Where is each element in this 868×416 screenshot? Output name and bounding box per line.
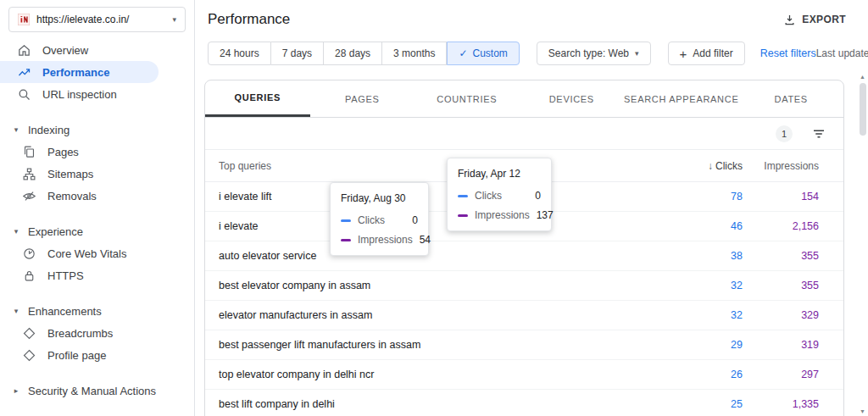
sidebar-item-breadcrumbs[interactable]: Breadcrumbs xyxy=(0,322,194,344)
sidebar-item-label: Breadcrumbs xyxy=(47,327,113,340)
section-label: Security & Manual Actions xyxy=(28,385,156,397)
table-row[interactable]: best passenger lift manufacturers in ass… xyxy=(205,330,843,360)
impressions-cell: 355 xyxy=(743,280,819,291)
removals-eye-off-icon xyxy=(22,189,36,203)
query-cell: best elevator company in assam xyxy=(205,280,649,291)
sidebar-item-overview[interactable]: Overview xyxy=(0,39,194,61)
section-label: Indexing xyxy=(28,124,70,136)
clicks-cell: 32 xyxy=(649,280,743,291)
scrollbar-thumb[interactable] xyxy=(860,83,866,136)
sidebar-item-https[interactable]: HTTPS xyxy=(0,264,194,286)
table-row[interactable]: best lift company in delhi 25 1,335 xyxy=(205,390,843,416)
sidebar-item-performance[interactable]: Performance xyxy=(0,61,159,83)
tooltip-impressions-row: Impressions 54 xyxy=(341,234,418,246)
range-button-7-days[interactable]: 7 days xyxy=(271,42,324,65)
sidebar-item-label: Pages xyxy=(47,146,79,158)
clicks-cell: 78 xyxy=(649,191,743,202)
impressions-cell: 154 xyxy=(743,191,819,202)
filter-list-button[interactable] xyxy=(811,126,826,141)
sidebar-item-sitemaps[interactable]: Sitemaps xyxy=(0,163,194,185)
section-header-enhancements[interactable]: ▾ Enhancements xyxy=(0,300,194,322)
range-button-28-days[interactable]: 28 days xyxy=(324,42,382,65)
range-button-custom[interactable]: ✓ Custom xyxy=(447,42,519,65)
column-header-impressions[interactable]: Impressions xyxy=(743,160,819,172)
tab-countries[interactable]: COUNTRIES xyxy=(415,80,520,117)
page-header: Performance EXPORT xyxy=(196,0,868,31)
dimension-tabs: QUERIES PAGES COUNTRIES DEVICES SEARCH A… xyxy=(205,80,843,118)
clicks-cell: 26 xyxy=(649,369,743,380)
sidebar-item-pages[interactable]: Pages xyxy=(0,141,194,163)
impressions-series-dash-icon xyxy=(458,214,468,217)
impressions-cell: 2,156 xyxy=(743,220,819,232)
section-header-indexing[interactable]: ▾ Indexing xyxy=(0,119,194,141)
sidebar-section-experience: ▾ Experience Core Web Vitals HTTPS xyxy=(0,220,194,286)
column-header-queries[interactable]: Top queries xyxy=(205,160,649,172)
sidebar: https://ielevate.co.in/ ▾ Overview Perfo… xyxy=(0,0,195,416)
tooltip-date: Friday, Aug 30 xyxy=(341,192,418,204)
impressions-cell: 297 xyxy=(743,369,819,380)
tab-queries[interactable]: QUERIES xyxy=(205,80,310,117)
reset-filters-link[interactable]: Reset filters xyxy=(760,47,816,59)
tab-search-appearance[interactable]: SEARCH APPEARANCE xyxy=(624,80,738,117)
chevron-down-icon: ▾ xyxy=(12,125,20,134)
check-icon: ✓ xyxy=(459,47,467,59)
sidebar-item-label: Performance xyxy=(42,66,109,79)
plus-icon: + xyxy=(680,47,687,60)
scroll-down-icon[interactable]: ▼ xyxy=(857,406,868,416)
sidebar-item-profile-page[interactable]: Profile page xyxy=(0,344,194,366)
table-row[interactable]: auto elevator service 38 355 xyxy=(205,241,843,271)
export-button[interactable]: EXPORT xyxy=(783,14,846,26)
clicks-cell: 25 xyxy=(649,398,743,410)
export-label: EXPORT xyxy=(802,14,846,25)
chart-tooltip-aug-30: Friday, Aug 30 Clicks 0 Impressions 54 xyxy=(330,182,429,256)
sidebar-item-label: Sitemaps xyxy=(47,168,93,180)
sidebar-section-security: ▸ Security & Manual Actions xyxy=(0,380,194,402)
scroll-up-icon[interactable]: ▲ xyxy=(857,71,868,81)
impressions-cell: 329 xyxy=(743,309,819,321)
sidebar-item-removals[interactable]: Removals xyxy=(0,185,194,207)
enhancement-tag-icon xyxy=(22,326,36,341)
chevron-down-icon: ▾ xyxy=(172,15,176,24)
site-favicon xyxy=(18,14,30,25)
clicks-series-dash-icon xyxy=(341,219,351,222)
table-row[interactable]: elevator manufacturers in assam 32 329 xyxy=(205,301,843,330)
table-row[interactable]: top elevator company in delhi ncr 26 297 xyxy=(205,360,843,390)
section-label: Experience xyxy=(28,225,83,238)
chevron-right-icon: ▸ xyxy=(12,386,20,395)
clicks-cell: 32 xyxy=(649,309,743,321)
section-header-experience[interactable]: ▾ Experience xyxy=(0,220,194,242)
gauge-icon xyxy=(22,247,36,261)
tab-devices[interactable]: DEVICES xyxy=(520,80,625,117)
table-row[interactable]: best elevator company in assam 32 355 xyxy=(205,271,843,301)
tooltip-impressions-label: Impressions xyxy=(358,234,413,246)
tooltip-clicks-label: Clicks xyxy=(358,214,385,226)
tab-pages[interactable]: PAGES xyxy=(310,80,415,117)
filter-list-icon xyxy=(811,126,826,141)
sidebar-item-label: URL inspection xyxy=(42,88,117,101)
clicks-cell: 29 xyxy=(649,339,743,351)
tooltip-impressions-row: Impressions 137 xyxy=(458,209,541,221)
sidebar-item-core-web-vitals[interactable]: Core Web Vitals xyxy=(0,242,194,264)
section-header-security-manual-actions[interactable]: ▸ Security & Manual Actions xyxy=(0,380,194,402)
performance-chart-icon xyxy=(17,65,31,80)
range-button-3-months[interactable]: 3 months xyxy=(382,42,447,65)
column-header-clicks[interactable]: ↓Clicks xyxy=(649,160,743,172)
clicks-cell: 46 xyxy=(649,220,743,232)
filter-count-badge[interactable]: 1 xyxy=(776,125,793,142)
query-cell: elevator manufacturers in assam xyxy=(205,309,649,321)
property-selector[interactable]: https://ielevate.co.in/ ▾ xyxy=(8,7,186,32)
tooltip-clicks-row: Clicks 0 xyxy=(458,190,541,202)
search-type-dropdown[interactable]: Search type: Web ▾ xyxy=(537,42,651,65)
range-button-24-hours[interactable]: 24 hours xyxy=(208,42,271,65)
sidebar-item-url-inspection[interactable]: URL inspection xyxy=(0,83,194,105)
sidebar-section-enhancements: ▾ Enhancements Breadcrumbs Profile page xyxy=(0,300,194,366)
add-filter-button[interactable]: + Add filter xyxy=(668,42,745,65)
tooltip-clicks-value: 0 xyxy=(535,190,541,202)
sidebar-item-label: HTTPS xyxy=(47,269,84,282)
pages-icon xyxy=(22,145,36,159)
filter-bar: 24 hours 7 days 28 days 3 months ✓ Custo… xyxy=(196,41,868,66)
tooltip-clicks-label: Clicks xyxy=(475,190,502,202)
tab-dates[interactable]: DATES xyxy=(738,80,843,117)
vertical-scrollbar[interactable]: ▲ ▼ xyxy=(857,71,868,416)
property-url: https://ielevate.co.in/ xyxy=(36,14,129,25)
